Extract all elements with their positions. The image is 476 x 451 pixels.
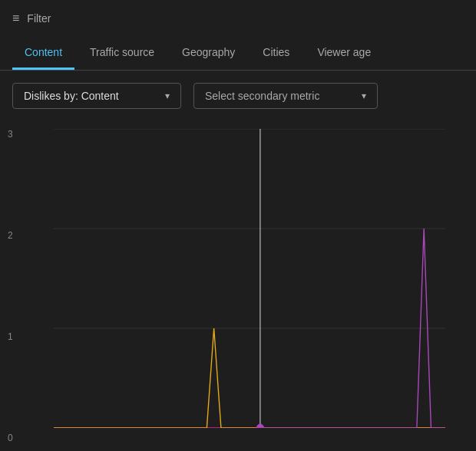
y-axis-labels: 3 2 1 0 [8, 129, 13, 443]
tabs-container: Content Traffic source Geography Cities … [0, 37, 476, 71]
top-bar: ≡ Filter [0, 0, 476, 37]
filter-label: Filter [27, 12, 51, 25]
primary-metric-dropdown[interactable]: Dislikes by: Content ▾ [12, 83, 181, 109]
y-label-2: 2 [8, 230, 13, 241]
y-label-3: 3 [8, 129, 13, 140]
y-label-0: 0 [8, 433, 13, 443]
tab-content[interactable]: Content [12, 37, 74, 70]
secondary-metric-label: Select secondary metric [205, 90, 319, 102]
chart-area: 3 2 1 0 Jan 1, 2022 Feb 13, 2022 Ma [0, 121, 476, 451]
y-label-1: 1 [8, 331, 13, 342]
controls-row: Dislikes by: Content ▾ Select secondary … [0, 71, 476, 121]
primary-metric-label: Dislikes by: Content [24, 90, 119, 102]
tab-geography[interactable]: Geography [170, 37, 247, 70]
chart-inner [54, 129, 445, 428]
tab-cities[interactable]: Cities [250, 37, 302, 70]
chart-svg [54, 129, 445, 428]
secondary-metric-dropdown[interactable]: Select secondary metric ▾ [193, 83, 378, 109]
primary-metric-arrow: ▾ [165, 91, 170, 101]
tab-traffic-source[interactable]: Traffic source [78, 37, 167, 70]
filter-icon: ≡ [12, 12, 19, 25]
tab-viewer-age[interactable]: Viewer age [305, 37, 383, 70]
secondary-metric-arrow: ▾ [362, 91, 366, 101]
